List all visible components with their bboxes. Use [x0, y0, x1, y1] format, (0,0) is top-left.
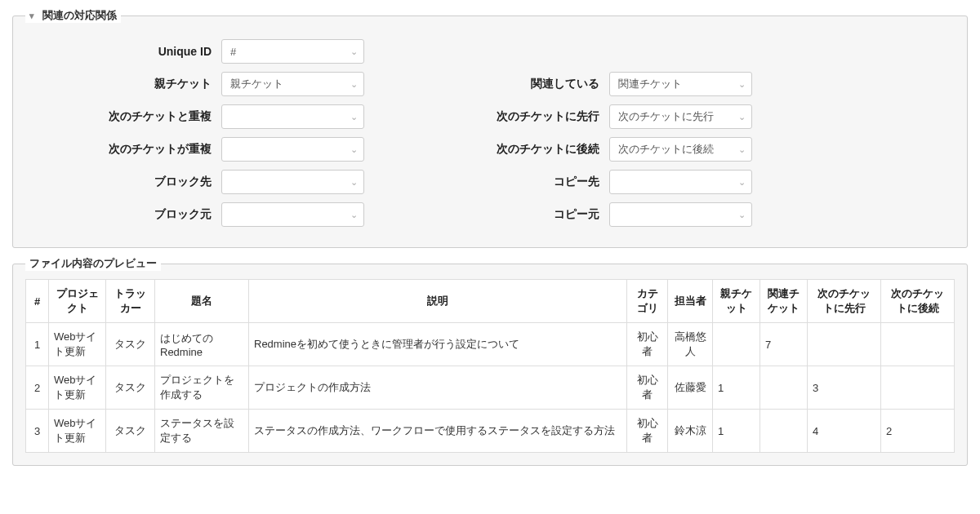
cell-desc: ステータスの作成方法、ワークフローで使用するステータスを設定する方法 — [249, 410, 627, 453]
copied-to-select[interactable]: ⌄ — [609, 170, 752, 194]
cell-precedes: 4 — [808, 410, 881, 453]
related-label: 関連している — [413, 77, 609, 91]
cell-follows — [881, 323, 955, 366]
header-follows: 次のチケットに後続 — [881, 280, 955, 323]
cell-desc: Redmineを初めて使うときに管理者が行う設定について — [249, 323, 627, 366]
header-parent: 親チケット — [713, 280, 760, 323]
preview-fieldset: ファイル内容のプレビュー # プロジェクト トラッカー 題名 説明 カテゴリ 担… — [12, 256, 968, 466]
cell-parent: 1 — [713, 366, 760, 410]
unique-id-value: # — [230, 46, 236, 58]
cell-num: 2 — [26, 366, 49, 410]
parent-ticket-value: 親チケット — [230, 77, 283, 91]
preview-table: # プロジェクト トラッカー 題名 説明 カテゴリ 担当者 親チケット 関連チケ… — [25, 279, 955, 453]
cell-desc: プロジェクトの作成方法 — [249, 366, 627, 410]
cell-related — [760, 366, 808, 410]
cell-project: Webサイト更新 — [49, 366, 106, 410]
header-desc: 説明 — [249, 280, 627, 323]
preview-legend: ファイル内容のプレビュー — [25, 256, 161, 271]
follows-select[interactable]: 次のチケットに後続 ⌄ — [609, 137, 752, 162]
table-row: 2Webサイト更新タスクプロジェクトを作成するプロジェクトの作成方法初心者佐藤愛… — [26, 366, 955, 410]
table-row: 1Webサイト更新タスクはじめてのRedmineRedmineを初めて使うときに… — [26, 323, 955, 366]
follows-label: 次のチケットに後続 — [413, 142, 609, 157]
cell-tracker: タスク — [106, 410, 155, 453]
cell-title: ステータスを設定する — [155, 410, 249, 453]
parent-ticket-label: 親チケット — [25, 77, 221, 91]
duplicates-label: 次のチケットと重複 — [25, 109, 221, 124]
cell-related: 7 — [760, 323, 808, 366]
relations-fieldset: ▾ 関連の対応関係 Unique ID # ⌄ 親チケット 親チケット ⌄ 次の… — [12, 8, 968, 248]
blocks-select[interactable]: ⌄ — [221, 170, 364, 194]
cell-assignee: 鈴木涼 — [668, 410, 713, 453]
cell-related — [760, 410, 808, 453]
unique-id-label: Unique ID — [25, 45, 221, 58]
follows-value: 次のチケットに後続 — [618, 142, 714, 157]
related-select[interactable]: 関連チケット ⌄ — [609, 72, 752, 96]
header-precedes: 次のチケットに先行 — [808, 280, 881, 323]
cell-category: 初心者 — [627, 323, 668, 366]
header-related: 関連チケット — [760, 280, 808, 323]
related-value: 関連チケット — [618, 77, 682, 91]
header-num: # — [26, 280, 49, 323]
relations-right-column: 関連している 関連チケット ⌄ 次のチケットに先行 次のチケットに先行 ⌄ 次の… — [413, 31, 752, 235]
relations-left-column: Unique ID # ⌄ 親チケット 親チケット ⌄ 次のチケットと重複 ⌄ — [25, 31, 364, 235]
duplicated-label: 次のチケットが重複 — [25, 142, 221, 157]
cell-project: Webサイト更新 — [49, 323, 106, 366]
cell-follows: 2 — [881, 410, 955, 453]
header-category: カテゴリ — [627, 280, 668, 323]
blocked-select[interactable]: ⌄ — [221, 202, 364, 227]
blocked-label: ブロック元 — [25, 207, 221, 222]
cell-assignee: 佐藤愛 — [668, 366, 713, 410]
copied-from-label: コピー元 — [413, 207, 609, 222]
relations-legend: ▾ 関連の対応関係 — [25, 8, 121, 23]
duplicated-select[interactable]: ⌄ — [221, 137, 364, 162]
duplicates-select[interactable]: ⌄ — [221, 104, 364, 129]
cell-parent: 1 — [713, 410, 760, 453]
copied-to-label: コピー先 — [413, 175, 609, 189]
preview-legend-text: ファイル内容のプレビュー — [29, 257, 157, 269]
cell-num: 3 — [26, 410, 49, 453]
header-tracker: トラッカー — [106, 280, 155, 323]
cell-title: はじめてのRedmine — [155, 323, 249, 366]
cell-follows — [881, 366, 955, 410]
table-header-row: # プロジェクト トラッカー 題名 説明 カテゴリ 担当者 親チケット 関連チケ… — [26, 280, 955, 323]
cell-num: 1 — [26, 323, 49, 366]
table-row: 3Webサイト更新タスクステータスを設定するステータスの作成方法、ワークフローで… — [26, 410, 955, 453]
cell-project: Webサイト更新 — [49, 410, 106, 453]
cell-category: 初心者 — [627, 366, 668, 410]
parent-ticket-select[interactable]: 親チケット ⌄ — [221, 72, 364, 96]
precedes-select[interactable]: 次のチケットに先行 ⌄ — [609, 104, 752, 129]
relations-legend-text: 関連の対応関係 — [42, 9, 117, 21]
cell-precedes — [808, 323, 881, 366]
cell-parent — [713, 323, 760, 366]
cell-title: プロジェクトを作成する — [155, 366, 249, 410]
cell-tracker: タスク — [106, 366, 155, 410]
cell-assignee: 高橋悠人 — [668, 323, 713, 366]
precedes-value: 次のチケットに先行 — [618, 109, 714, 124]
blocks-label: ブロック先 — [25, 175, 221, 189]
cell-tracker: タスク — [106, 323, 155, 366]
precedes-label: 次のチケットに先行 — [413, 109, 609, 124]
unique-id-select[interactable]: # ⌄ — [221, 39, 364, 64]
cell-precedes: 3 — [808, 366, 881, 410]
header-title: 題名 — [155, 280, 249, 323]
cell-category: 初心者 — [627, 410, 668, 453]
header-assignee: 担当者 — [668, 280, 713, 323]
header-project: プロジェクト — [49, 280, 106, 323]
copied-from-select[interactable]: ⌄ — [609, 202, 752, 227]
chevron-down-icon[interactable]: ▾ — [29, 11, 39, 21]
